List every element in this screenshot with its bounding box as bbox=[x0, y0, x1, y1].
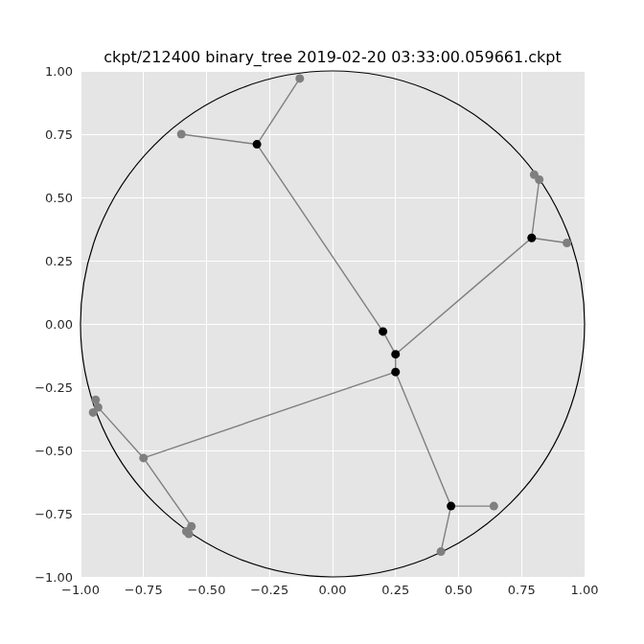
y-tick-label: 0.75 bbox=[45, 127, 73, 142]
y-tick-label: −0.75 bbox=[34, 507, 73, 521]
tree-edge bbox=[144, 372, 396, 458]
y-tick-label: 0.00 bbox=[45, 317, 73, 332]
x-tick-label: 0.75 bbox=[508, 583, 536, 597]
y-tick-label: 0.25 bbox=[45, 254, 73, 268]
x-tick-label: −0.75 bbox=[125, 583, 163, 597]
x-tick-label: 0.25 bbox=[381, 583, 409, 597]
tree-edge bbox=[532, 238, 567, 242]
tree-node bbox=[253, 140, 262, 149]
x-tick-label: −0.50 bbox=[188, 583, 226, 597]
tree-edge bbox=[396, 238, 532, 354]
y-tick-label: 1.00 bbox=[45, 64, 73, 79]
tree-node bbox=[563, 239, 571, 247]
x-tick-label: 0.50 bbox=[445, 583, 472, 597]
x-tick-label: 0.00 bbox=[319, 583, 347, 597]
tree-node bbox=[185, 530, 194, 539]
tree-edge bbox=[396, 372, 451, 506]
tree-edge bbox=[257, 145, 383, 332]
tree-node bbox=[379, 327, 387, 335]
tree-node bbox=[139, 453, 148, 462]
tree-node bbox=[391, 368, 400, 377]
tree-node bbox=[391, 350, 400, 358]
tree-edge bbox=[441, 506, 451, 552]
plot-area bbox=[0, 0, 644, 644]
x-tick-label: 1.00 bbox=[571, 583, 599, 597]
y-tick-label: −1.00 bbox=[34, 570, 73, 585]
x-tick-label: −1.00 bbox=[61, 583, 100, 597]
x-tick-label: −0.25 bbox=[250, 583, 288, 597]
tree-edge bbox=[257, 79, 300, 145]
tree-node bbox=[91, 396, 100, 404]
tree-node bbox=[530, 171, 539, 179]
tree-node bbox=[490, 502, 498, 511]
tree-edge bbox=[144, 458, 192, 526]
tree-node bbox=[527, 234, 536, 242]
chart-title: ckpt/212400 binary_tree 2019-02-20 03:33… bbox=[104, 48, 562, 66]
tree-node bbox=[89, 408, 98, 417]
tree-edge bbox=[532, 180, 540, 239]
tree-node bbox=[437, 547, 446, 556]
figure: −1.00−0.75−0.50−0.250.000.250.500.751.00… bbox=[0, 0, 644, 644]
tree-node bbox=[295, 74, 304, 82]
y-tick-label: 0.50 bbox=[45, 191, 73, 205]
y-tick-label: −0.50 bbox=[34, 444, 73, 458]
tree-node bbox=[177, 130, 186, 139]
unit-circle bbox=[80, 71, 585, 577]
y-tick-label: −0.25 bbox=[34, 380, 73, 395]
tree-node bbox=[447, 502, 455, 511]
tree-edge bbox=[181, 134, 257, 145]
